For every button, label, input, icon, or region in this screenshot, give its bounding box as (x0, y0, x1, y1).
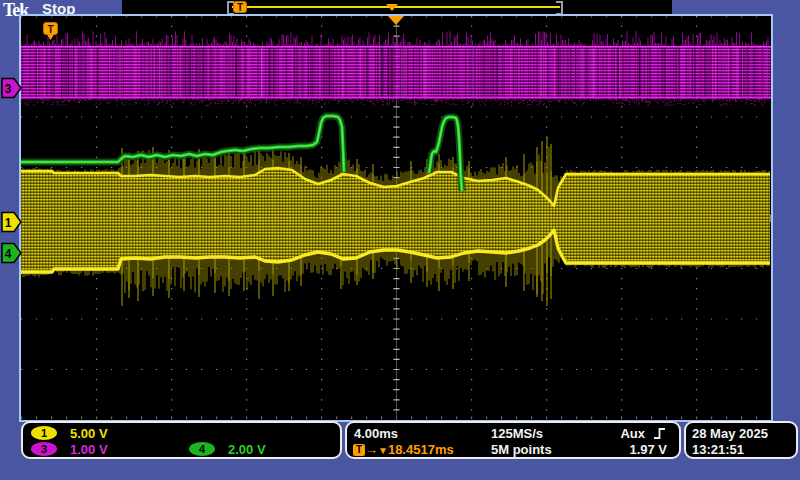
ch3-position-marker[interactable]: 3 (1, 77, 22, 103)
zoom-window-bracket-right[interactable] (556, 1, 563, 15)
date-readout: 28 May 2025 (692, 426, 768, 441)
ch4-position-marker[interactable]: 4 (1, 242, 22, 268)
record-trigger-t: T (237, 2, 243, 13)
ch4-marker-label: 4 (5, 247, 12, 261)
record-view-bar[interactable]: T (122, 0, 672, 14)
waveform-svg (21, 16, 771, 420)
record-length-readout: 5M points (491, 442, 552, 457)
trigger-slope-icon (653, 427, 667, 443)
trigger-source-readout[interactable]: Aux (620, 426, 645, 441)
trigger-marker-t: T (47, 24, 53, 35)
waveform-display[interactable]: T (19, 14, 773, 422)
trigger-position-readout[interactable]: T→▼18.4517ms (353, 442, 454, 457)
ch1-marker-label: 1 (5, 216, 12, 230)
trigger-position-value: 18.4517ms (388, 442, 454, 457)
record-trigger-position-icon (386, 4, 398, 11)
ch3-waveform (21, 31, 771, 106)
sample-rate-readout: 125MS/s (491, 426, 543, 441)
trigger-arrow-icon: → (365, 442, 378, 457)
time-readout: 13:21:51 (692, 442, 744, 457)
timebase-readout[interactable]: 4.00ms (354, 426, 398, 441)
channel-readout-panel: 1 5.00 V 3 1.00 V 4 2.00 V (21, 421, 342, 459)
datetime-panel: 28 May 2025 13:21:51 (684, 421, 798, 459)
ch3-badge[interactable]: 3 (31, 442, 57, 456)
ch3-scale-readout[interactable]: 1.00 V (70, 442, 108, 457)
trigger-level-readout[interactable]: 1.97 V (629, 442, 667, 457)
ch1-badge[interactable]: 1 (31, 426, 57, 440)
trigger-level-marker[interactable]: T (43, 22, 58, 45)
trigger-t-icon: T (353, 444, 365, 456)
oscilloscope-screen: Tek Stop T T 3 (0, 0, 800, 480)
trigger-cursor-icon: ▼ (378, 445, 388, 456)
ch4-badge[interactable]: 4 (189, 442, 215, 456)
ch3-marker-label: 3 (5, 82, 12, 96)
ch1-scale-readout[interactable]: 5.00 V (70, 426, 108, 441)
ch4-scale-readout[interactable]: 2.00 V (228, 442, 266, 457)
trigger-position-icon[interactable] (388, 16, 404, 25)
ch1-position-marker[interactable]: 1 (1, 211, 22, 237)
horizontal-trigger-panel: 4.00ms 125MS/s Aux T→▼18.4517ms 5M point… (345, 421, 681, 459)
